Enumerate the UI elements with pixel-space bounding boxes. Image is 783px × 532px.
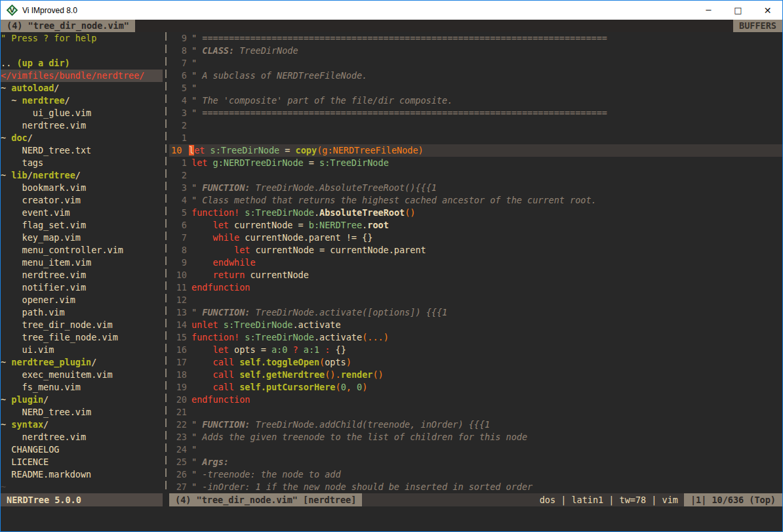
code-token — [207, 157, 212, 168]
tree-item[interactable]: ~ nerdtree/ — [1, 94, 163, 107]
window-split-separator[interactable] — [163, 32, 169, 493]
code-token: tags — [1, 157, 43, 168]
code-token — [191, 369, 213, 380]
tree-item[interactable]: ui.vim — [1, 344, 163, 356]
code-line[interactable]: 6" A subclass of NERDTreeFileNode. — [169, 70, 782, 82]
code-token: let — [213, 220, 229, 230]
code-line[interactable]: 3" FUNCTION: TreeDirNode.AbsoluteTreeRoo… — [169, 182, 782, 194]
tree-item[interactable]: ~ nerdtree_plugin/ — [1, 356, 163, 369]
code-line[interactable]: 2 — [169, 169, 782, 182]
code-line[interactable]: 7" — [169, 57, 782, 70]
code-line[interactable]: 5function! s:TreeDirNode.AbsoluteTreeRoo… — [169, 207, 782, 219]
tree-item[interactable] — [1, 45, 163, 57]
tree-item[interactable]: ~ — [1, 481, 163, 493]
nerdtree-panel[interactable]: " Press ? for help.. (up a dir)</vimfile… — [1, 32, 163, 493]
line-number: 4 — [169, 94, 191, 107]
code-line[interactable]: 24" — [169, 443, 782, 456]
code-token — [298, 344, 304, 355]
code-line[interactable]: 9" =====================================… — [169, 32, 782, 45]
tree-item-selected[interactable]: </vimfiles/bundle/nerdtree/ — [1, 70, 163, 82]
editor-panel[interactable]: 9" =====================================… — [169, 32, 782, 493]
tree-item[interactable]: menu_controller.vim — [1, 244, 163, 256]
tree-item[interactable]: ~ lib/nerdtree/ — [1, 169, 163, 182]
code-line[interactable]: 11endfunction — [169, 281, 782, 294]
code-line[interactable]: 3" =====================================… — [169, 107, 782, 119]
code-line[interactable]: 19 call self.putCursorHere(0, 0) — [169, 381, 782, 394]
tree-item[interactable]: nerdtree.vim — [1, 119, 163, 132]
tree-item[interactable]: key_map.vim — [1, 232, 163, 244]
code-line[interactable]: 6 let currentNode = b:NERDTree.root — [169, 219, 782, 232]
nerdtree-statusline: NERDTree 5.0.0 — [1, 493, 163, 506]
tree-item[interactable]: flag_set.vim — [1, 219, 163, 232]
tree-item[interactable]: NERD_tree.txt — [1, 144, 163, 157]
maximize-button[interactable]: □ — [723, 1, 753, 20]
tree-item[interactable]: bookmark.vim — [1, 182, 163, 194]
code-line[interactable]: 4" Class method that returns the highest… — [169, 194, 782, 207]
code-line[interactable]: 23" Adds the given treenode to the list … — [169, 431, 782, 443]
code-line[interactable]: 15function! s:TreeDirNode.activate(...) — [169, 331, 782, 344]
code-line[interactable]: 1let g:NERDTreeDirNode = s:TreeDirNode — [169, 157, 782, 169]
close-button[interactable]: ✕ — [753, 1, 782, 20]
tree-item[interactable]: path.vim — [1, 306, 163, 319]
tree-item[interactable]: creator.vim — [1, 194, 163, 207]
tree-item[interactable]: NERD_tree.vim — [1, 406, 163, 419]
code-line[interactable]: 21 — [169, 406, 782, 419]
code-line[interactable]: 10 return currentNode — [169, 269, 782, 281]
tree-item[interactable]: nerdtree.vim — [1, 269, 163, 281]
code-text: " FUNCTION: TreeDirNode.addChild(treenod… — [191, 419, 490, 430]
code-line[interactable]: 1 — [169, 132, 782, 144]
code-line[interactable]: 4" The 'composite' part of the file/dir … — [169, 94, 782, 107]
code-line[interactable]: 22" FUNCTION: TreeDirNode.addChild(treen… — [169, 419, 782, 431]
tree-item[interactable]: README.markdown — [1, 468, 163, 481]
code-line[interactable]: 18 call self.getNerdtree().render() — [169, 369, 782, 381]
title-bar[interactable]: V Vi IMproved 8.0 ─ □ ✕ — [1, 1, 782, 20]
tree-item[interactable]: ~ autoload/ — [1, 82, 163, 94]
code-line[interactable]: 25" Args: — [169, 456, 782, 468]
code-line[interactable]: 7 while currentNode.parent != {} — [169, 232, 782, 244]
tree-item[interactable]: event.vim — [1, 207, 163, 219]
line-number: 2 — [169, 119, 191, 132]
tree-item[interactable]: tags — [1, 157, 163, 169]
tree-item[interactable]: notifier.vim — [1, 281, 163, 294]
code-line[interactable]: 16 let opts = a:0 ? a:1 : {} — [169, 344, 782, 356]
code-token: lib — [11, 170, 27, 180]
code-line[interactable]: 17 call self.toggleOpen(opts) — [169, 356, 782, 369]
minimize-button[interactable]: ─ — [694, 1, 723, 20]
main-area: " Press ? for help.. (up a dir)</vimfile… — [1, 32, 782, 493]
code-line[interactable]: 12 — [169, 294, 782, 306]
code-line[interactable]: 5" — [169, 82, 782, 94]
tree-item[interactable]: exec_menuitem.vim — [1, 369, 163, 381]
tree-item[interactable]: .. (up a dir) — [1, 57, 163, 70]
tab-active[interactable]: (4) "tree_dir_node.vim" — [1, 20, 135, 32]
tree-item[interactable]: menu_item.vim — [1, 256, 163, 269]
tree-item[interactable]: fs_menu.vim — [1, 381, 163, 394]
code-token: / — [28, 133, 33, 143]
tree-item[interactable]: LICENCE — [1, 456, 163, 468]
tree-item[interactable]: nerdtree.vim — [1, 431, 163, 443]
code-line[interactable]: 26" -treenode: the node to add — [169, 468, 782, 481]
tree-item[interactable]: ui_glue.vim — [1, 107, 163, 119]
code-line[interactable]: 2 — [169, 119, 782, 132]
code-line[interactable]: 9 endwhile — [169, 256, 782, 269]
tree-item[interactable]: tree_dir_node.vim — [1, 319, 163, 331]
command-line[interactable] — [1, 506, 782, 531]
tree-item[interactable]: ~ plugin/ — [1, 394, 163, 406]
code-token — [191, 220, 213, 230]
tree-item[interactable]: opener.vim — [1, 294, 163, 306]
code-line[interactable]: 8 let currentNode = currentNode.parent — [169, 244, 782, 256]
code-line-current[interactable]: 10let s:TreeDirNode = copy(g:NERDTreeFil… — [169, 144, 782, 157]
code-line[interactable]: 14unlet s:TreeDirNode.activate — [169, 319, 782, 331]
tree-item[interactable]: " Press ? for help — [1, 32, 163, 45]
code-token: " -treenode: the node to add — [191, 469, 341, 480]
tree-item[interactable]: tree_file_node.vim — [1, 331, 163, 344]
line-number: 16 — [169, 344, 191, 356]
code-line[interactable]: 13" FUNCTION: TreeDirNode.activate([opti… — [169, 306, 782, 319]
code-token: key_map.vim — [1, 232, 81, 243]
tree-item[interactable]: CHANGELOG — [1, 443, 163, 456]
tree-item[interactable]: ~ syntax/ — [1, 419, 163, 431]
code-token — [234, 382, 239, 392]
tree-item[interactable]: ~ doc/ — [1, 132, 163, 144]
code-line[interactable]: 27" -inOrder: 1 if the new node should b… — [169, 481, 782, 493]
code-line[interactable]: 20endfunction — [169, 394, 782, 406]
code-line[interactable]: 8" CLASS: TreeDirNode — [169, 45, 782, 57]
